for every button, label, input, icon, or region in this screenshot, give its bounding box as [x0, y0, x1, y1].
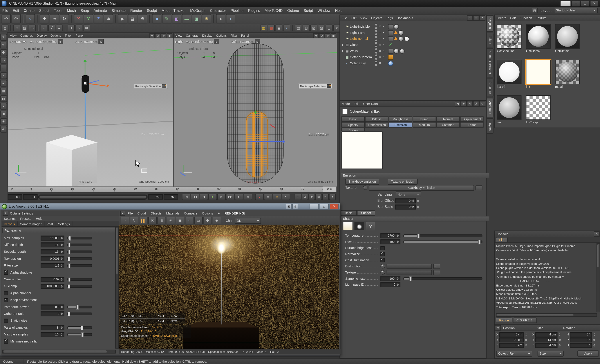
- parameter-value-field[interactable]: 0: [41, 311, 64, 316]
- attribute-tab[interactable]: Transmission: [365, 122, 388, 128]
- help-button[interactable]: ?: [366, 222, 375, 230]
- side-tab[interactable]: Layers: [487, 118, 494, 134]
- zoom-view-icon[interactable]: ⊕: [155, 33, 160, 38]
- parameter-value-field[interactable]: 16000.: [41, 235, 64, 240]
- material-name[interactable]: OctSpecular: [497, 49, 522, 53]
- position-field[interactable]: 0 cm: [499, 332, 524, 337]
- attribute-tab[interactable]: Editor: [460, 122, 483, 128]
- menu-item[interactable]: Octane: [285, 8, 301, 12]
- timeline-scrollbar[interactable]: [38, 194, 147, 199]
- menu-item[interactable]: Help: [333, 8, 345, 12]
- parameter-slider[interactable]: [67, 312, 92, 315]
- view-layout-4-icon[interactable]: ▨: [318, 25, 325, 31]
- object-tag-icon[interactable]: [388, 24, 393, 29]
- material-preview[interactable]: [526, 60, 551, 84]
- menu-item[interactable]: View: [358, 16, 369, 19]
- texture-browse-button[interactable]: [476, 185, 482, 190]
- parameter-value-field[interactable]: 16.: [41, 242, 64, 247]
- object-name[interactable]: Glass: [350, 43, 374, 47]
- texture-field[interactable]: [386, 270, 432, 275]
- palette-points-icon[interactable]: ∴: [0, 65, 7, 71]
- menu-item[interactable]: Snap: [78, 8, 91, 12]
- workplane-mode-icon[interactable]: ▭: [29, 25, 36, 31]
- parameter-checkbox[interactable]: [4, 339, 8, 343]
- object-tag-icon[interactable]: [394, 36, 397, 40]
- parameter-slider[interactable]: [67, 264, 92, 267]
- palette-sphere-icon[interactable]: ●: [0, 103, 7, 110]
- lv-focus-pick-icon[interactable]: ◎: [167, 217, 175, 224]
- shader-link-icon[interactable]: [363, 185, 367, 190]
- material-item[interactable]: OctDiffuse: [555, 24, 580, 53]
- kernel-section-header[interactable]: Pathtracing: [2, 228, 118, 233]
- view-more-icon[interactable]: ▾: [333, 25, 340, 31]
- palette-world-icon[interactable]: ⊕: [0, 126, 7, 133]
- size-field[interactable]: 14 cm: [535, 337, 557, 342]
- lv-world-icon[interactable]: ◐: [185, 217, 194, 224]
- menu-item[interactable]: Tools: [52, 8, 65, 12]
- visibility-dots[interactable]: [374, 23, 377, 29]
- parameter-checkbox[interactable]: [380, 258, 384, 262]
- apply-button[interactable]: Apply: [577, 350, 599, 356]
- parameter-value-field[interactable]: 400.: [380, 239, 400, 244]
- sep2[interactable]: [38, 25, 39, 31]
- maximize-view-icon[interactable]: ▣: [167, 33, 172, 38]
- material-name[interactable]: OctGlossy: [526, 49, 551, 53]
- net-render-icon[interactable]: ◐: [283, 25, 290, 31]
- rotation-field[interactable]: 0 °: [570, 332, 592, 337]
- parameter-slider[interactable]: [67, 243, 92, 246]
- subdivision-icon[interactable]: ◧: [172, 14, 181, 23]
- palette-cube-icon[interactable]: ◧: [0, 95, 7, 102]
- edges-mode-icon[interactable]: ╱: [48, 25, 55, 31]
- material-item[interactable]: lux: [526, 60, 551, 88]
- enable-marks[interactable]: [379, 25, 385, 28]
- lv-pick-material-icon[interactable]: ✚: [203, 217, 212, 224]
- parameter-slider[interactable]: [403, 234, 482, 237]
- menu-item[interactable]: Objects: [369, 16, 384, 19]
- zoom-view-icon[interactable]: ⊕: [319, 33, 324, 38]
- stepper[interactable]: [397, 283, 399, 286]
- pan-view-icon[interactable]: ✚: [313, 33, 319, 38]
- ies-button[interactable]: IES: [355, 222, 364, 230]
- console-language-tab[interactable]: C.O.F.F.E.E.: [513, 317, 537, 323]
- lock-z-button[interactable]: Z: [94, 14, 103, 23]
- points-mode-icon[interactable]: ∴: [41, 25, 47, 31]
- palette-plane-icon[interactable]: ▭: [0, 57, 7, 64]
- view-layout-2-icon[interactable]: ▥: [303, 25, 309, 31]
- stepper[interactable]: [61, 285, 63, 287]
- stepper[interactable]: [397, 240, 399, 243]
- lv-pin-icon[interactable]: ◉: [213, 217, 221, 224]
- menu-item[interactable]: Create: [21, 8, 37, 12]
- object-tag-icon[interactable]: [404, 36, 409, 41]
- stepper[interactable]: [593, 338, 595, 341]
- stepper[interactable]: [397, 234, 399, 237]
- parameter-slider[interactable]: [67, 285, 92, 287]
- stepper[interactable]: [417, 205, 419, 208]
- parameter-checkbox[interactable]: [4, 291, 8, 295]
- object-tag-icon[interactable]: [388, 30, 393, 35]
- material-name[interactable]: lux-off: [497, 85, 522, 88]
- channel-dropdown[interactable]: DL: [235, 218, 261, 224]
- viewport-menu-item[interactable]: Display: [35, 34, 48, 37]
- render-setting-label[interactable]: My Render Setting⊞: [30, 39, 63, 44]
- enable-marks[interactable]: [379, 62, 385, 65]
- material-preview[interactable]: [497, 95, 522, 120]
- viewport-menu-item[interactable]: Filter: [63, 34, 74, 37]
- object-row[interactable]: ☀ Light-Fake: [340, 29, 486, 36]
- viewport-menu-item[interactable]: Panel: [74, 34, 85, 37]
- render-picture-viewer-icon[interactable]: ▦: [128, 14, 137, 23]
- parameter-slider[interactable]: [67, 326, 92, 329]
- attr-back-icon[interactable]: ◀: [455, 101, 460, 106]
- camera-label[interactable]: OctaneCamera⊡: [75, 39, 104, 44]
- side-tab[interactable]: Attributes: [487, 98, 494, 117]
- range-end-field[interactable]: 75 F: [148, 194, 163, 200]
- sep1[interactable]: [292, 25, 293, 31]
- object-tag-icon[interactable]: [388, 36, 393, 41]
- move-icon[interactable]: ✚: [40, 14, 49, 23]
- object-name[interactable]: OctaneCamera: [350, 55, 374, 59]
- timeline-ruler[interactable]: 051015202530354045505560657075: [8, 187, 329, 192]
- tl-options-icon[interactable]: ▾: [329, 194, 336, 200]
- console-language-tab[interactable]: Python: [496, 317, 512, 323]
- goto-end-button[interactable]: ▶|: [235, 194, 243, 200]
- object-row[interactable]: + ▦ Walls: [340, 48, 486, 54]
- render-active-view-icon[interactable]: ▦: [260, 25, 267, 31]
